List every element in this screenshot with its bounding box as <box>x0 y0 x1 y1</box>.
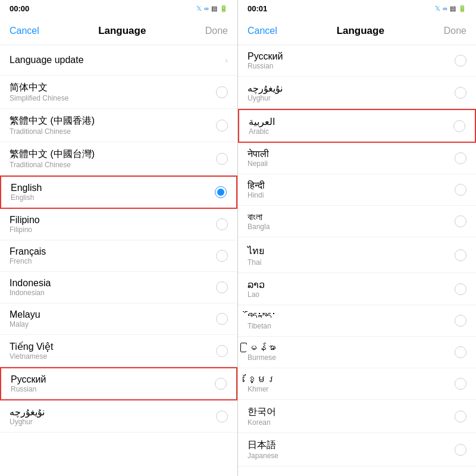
right-lang-row[interactable]: ລາວLao <box>238 273 476 305</box>
lang-subtitle: Thai <box>248 258 264 267</box>
radio-button[interactable] <box>455 215 466 227</box>
right-status-bar: 00:01 𝕏 ∞ ▤ 🔋 <box>238 0 476 17</box>
right-lang-row[interactable]: РусскийRussian <box>238 45 476 77</box>
left-lang-row[interactable]: РусскийRussian <box>0 367 237 400</box>
lang-subtitle: Nepali <box>248 159 269 168</box>
right-lang-row[interactable]: 日本語Japanese <box>238 433 476 466</box>
right-lang-row[interactable]: ខ្មែរKhmer <box>238 368 476 400</box>
right-lang-row[interactable]: नेपालीNepali <box>238 143 476 174</box>
radio-button[interactable] <box>455 249 466 261</box>
right-lang-row[interactable]: ไทยThai <box>238 237 476 273</box>
language-update-row[interactable]: Language update › <box>0 45 237 76</box>
left-lang-row[interactable]: EnglishEnglish <box>0 176 237 209</box>
radio-button[interactable] <box>455 411 466 422</box>
lang-subtitle: Russian <box>11 385 46 393</box>
right-lang-row[interactable]: العربيةArabic <box>238 109 476 143</box>
radio-button[interactable] <box>215 378 227 390</box>
radio-button[interactable] <box>216 120 228 131</box>
lang-subtitle: Arabic <box>249 127 275 136</box>
lang-name: نۇيغۇرچە <box>10 406 45 418</box>
lang-name: 日本語 <box>248 439 278 452</box>
lang-name: 한국어 <box>248 406 276 418</box>
left-lang-row[interactable]: 繁體中文 (中國台灣)Traditional Chinese <box>0 142 237 176</box>
radio-button[interactable] <box>455 378 466 390</box>
lang-name: 繁體中文 (中國台灣) <box>10 148 95 161</box>
lang-name: ខ្មែរ <box>248 374 276 385</box>
lang-info: РусскийRussian <box>11 374 46 393</box>
chevron-right-icon: › <box>225 55 228 65</box>
right-nav-title: Language <box>337 25 384 37</box>
lang-subtitle: Indonesian <box>10 289 51 297</box>
right-lang-row[interactable]: বাংলাBangla <box>238 206 476 237</box>
language-update-label: Language update <box>10 55 84 65</box>
left-lang-row[interactable]: FilipinoFilipino <box>0 209 237 240</box>
right-battery-icon: 🔋 <box>458 5 466 12</box>
lang-subtitle: Malay <box>10 320 40 328</box>
left-lang-row[interactable]: Tiếng ViệtVietnamese <box>0 335 237 367</box>
radio-button[interactable] <box>455 152 466 164</box>
left-cancel-button[interactable]: Cancel <box>10 26 39 36</box>
radio-button[interactable] <box>455 346 466 358</box>
right-status-icons: 𝕏 ∞ ▤ 🔋 <box>435 5 466 12</box>
lang-info: 简体中文Simplified Chinese <box>10 82 68 102</box>
lang-subtitle: Japanese <box>248 452 278 460</box>
right-language-list: РусскийRussianنۇيغۇرچەUyghurالعربيةArabi… <box>238 45 476 476</box>
right-lang-row[interactable]: نۇيغۇرچەUyghur <box>238 77 476 109</box>
radio-button[interactable] <box>455 444 466 456</box>
lang-info: FrançaisFrench <box>10 246 46 265</box>
left-nav-bar: Cancel Language Done <box>0 17 237 45</box>
left-nav-title: Language <box>98 25 146 37</box>
lang-subtitle: Simplified Chinese <box>10 94 68 102</box>
radio-button[interactable] <box>216 411 228 422</box>
right-lang-row[interactable]: 한국어Korean <box>238 400 476 433</box>
lang-name: ລາວ <box>248 279 265 290</box>
radio-button[interactable] <box>216 250 228 262</box>
left-lang-row[interactable]: 繁體中文 (中國香港)Traditional Chinese <box>0 109 237 142</box>
radio-button[interactable] <box>215 186 227 198</box>
lang-info: বাংলাBangla <box>248 212 270 231</box>
left-lang-row[interactable]: 简体中文Simplified Chinese <box>0 76 237 109</box>
radio-button[interactable] <box>455 55 466 67</box>
radio-button[interactable] <box>216 218 228 230</box>
right-lang-row[interactable]: བོད་སྐད་Tibetan <box>238 305 476 337</box>
left-lang-row[interactable]: IndonesiaIndonesian <box>0 272 237 303</box>
radio-button[interactable] <box>216 86 228 98</box>
lang-info: EnglishEnglish <box>11 183 42 202</box>
radio-button[interactable] <box>455 87 466 99</box>
left-lang-row[interactable]: نۇيغۇرچەUyghur <box>0 400 237 433</box>
radio-button[interactable] <box>455 283 466 295</box>
right-done-button[interactable]: Done <box>444 26 466 36</box>
lang-name: हिन्दी <box>248 180 265 191</box>
radio-button[interactable] <box>216 153 228 165</box>
right-sim-icon: ▤ <box>450 5 456 12</box>
radio-button[interactable] <box>455 184 466 196</box>
radio-button[interactable] <box>216 281 228 293</box>
left-lang-row[interactable]: MelayuMalay <box>0 303 237 335</box>
lang-name: Русский <box>11 374 46 385</box>
radio-button[interactable] <box>216 345 228 357</box>
twitter-icon: 𝕏 <box>196 5 202 12</box>
lang-subtitle: Korean <box>248 418 276 427</box>
lang-name: 繁體中文 (中國香港) <box>10 115 95 127</box>
lang-subtitle: Tibetan <box>248 322 276 330</box>
radio-button[interactable] <box>216 313 228 325</box>
right-lang-row[interactable]: हिन्दीHindi <box>238 174 476 206</box>
lang-name: Melayu <box>10 309 40 320</box>
lang-subtitle: English <box>11 193 42 202</box>
radio-button[interactable] <box>455 315 466 327</box>
lang-subtitle: Uyghur <box>10 418 45 426</box>
right-cancel-button[interactable]: Cancel <box>248 26 277 36</box>
lang-info: 日本語Japanese <box>248 439 278 460</box>
lang-subtitle: Lao <box>248 290 265 299</box>
lang-info: العربيةArabic <box>249 116 275 136</box>
sim-icon: ▤ <box>211 5 217 12</box>
lang-name: বাংলা <box>248 212 270 223</box>
lang-subtitle: Traditional Chinese <box>10 161 95 169</box>
lang-subtitle: French <box>10 257 46 265</box>
radio-button[interactable] <box>453 120 465 132</box>
left-lang-row[interactable]: FrançaisFrench <box>0 240 237 272</box>
lang-info: MelayuMalay <box>10 309 40 328</box>
right-lang-row[interactable]: မြန်မာBurmese <box>238 337 476 368</box>
left-done-button[interactable]: Done <box>205 26 228 36</box>
lang-info: 繁體中文 (中國台灣)Traditional Chinese <box>10 148 95 169</box>
